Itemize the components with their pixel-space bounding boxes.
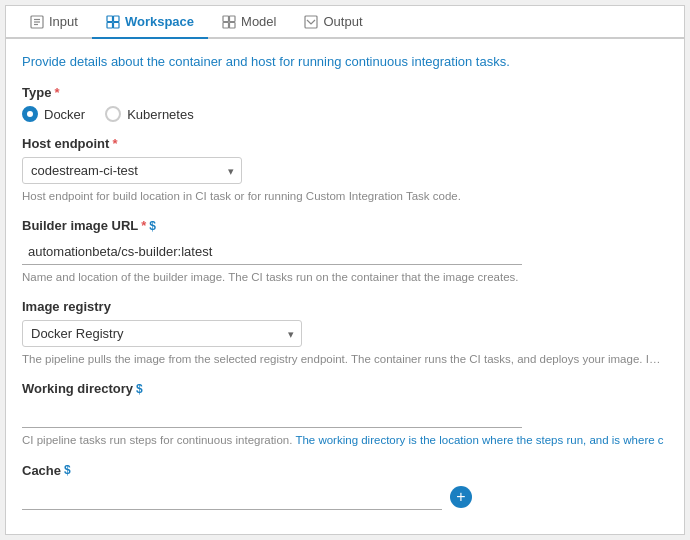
output-icon	[304, 15, 318, 29]
cache-section: Cache $ +	[22, 463, 668, 510]
svg-rect-12	[305, 16, 317, 28]
working-directory-section: Working directory $ CI pipeline tasks ru…	[22, 381, 668, 448]
cache-input-row: +	[22, 484, 668, 510]
tab-input-label: Input	[49, 14, 78, 29]
svg-rect-8	[223, 16, 229, 22]
kubernetes-label: Kubernetes	[127, 107, 194, 122]
svg-rect-5	[113, 16, 119, 22]
cache-dollar-link[interactable]: $	[64, 463, 71, 477]
tab-workspace-label: Workspace	[125, 14, 194, 29]
tab-output[interactable]: Output	[290, 6, 376, 39]
main-window: Input Workspace Model	[5, 5, 685, 535]
host-endpoint-hint: Host endpoint for build location in CI t…	[22, 188, 668, 204]
builder-image-input[interactable]	[22, 239, 522, 265]
builder-image-label: Builder image URL * $	[22, 218, 668, 233]
cache-add-button[interactable]: +	[450, 486, 472, 508]
cache-label: Cache $	[22, 463, 668, 478]
tab-input[interactable]: Input	[16, 6, 92, 39]
svg-rect-4	[107, 16, 113, 22]
type-required: *	[54, 85, 59, 100]
tab-bar: Input Workspace Model	[6, 6, 684, 39]
host-endpoint-dropdown[interactable]: codestream-ci-test	[22, 157, 242, 184]
tab-output-label: Output	[323, 14, 362, 29]
builder-image-hint: Name and location of the builder image. …	[22, 269, 668, 285]
builder-dollar-link[interactable]: $	[149, 219, 156, 233]
image-registry-section: Image registry Docker Registry ▾ The pip…	[22, 299, 668, 367]
host-endpoint-dropdown-wrapper: codestream-ci-test ▾	[22, 157, 242, 184]
page-description: Provide details about the container and …	[22, 53, 668, 71]
tab-workspace[interactable]: Workspace	[92, 6, 208, 39]
type-section: Type * Docker Kubernetes	[22, 85, 668, 122]
svg-rect-9	[230, 16, 236, 22]
host-endpoint-label: Host endpoint *	[22, 136, 668, 151]
svg-rect-10	[223, 22, 229, 28]
svg-rect-6	[107, 22, 113, 28]
model-icon	[222, 15, 236, 29]
working-directory-input[interactable]	[22, 402, 522, 428]
cache-input[interactable]	[22, 484, 442, 510]
image-registry-label: Image registry	[22, 299, 668, 314]
type-radio-group: Docker Kubernetes	[22, 106, 668, 122]
svg-rect-11	[230, 22, 236, 28]
host-required: *	[112, 136, 117, 151]
image-registry-dropdown-wrapper: Docker Registry ▾	[22, 320, 302, 347]
kubernetes-option[interactable]: Kubernetes	[105, 106, 194, 122]
docker-label: Docker	[44, 107, 85, 122]
type-label: Type *	[22, 85, 668, 100]
host-endpoint-section: Host endpoint * codestream-ci-test ▾ Hos…	[22, 136, 668, 204]
builder-required: *	[141, 218, 146, 233]
docker-option[interactable]: Docker	[22, 106, 85, 122]
tab-model-label: Model	[241, 14, 276, 29]
working-directory-hint: CI pipeline tasks run steps for continuo…	[22, 432, 668, 448]
workspace-icon	[106, 15, 120, 29]
builder-image-section: Builder image URL * $ Name and location …	[22, 218, 668, 285]
working-directory-label: Working directory $	[22, 381, 668, 396]
tab-model[interactable]: Model	[208, 6, 290, 39]
kubernetes-radio[interactable]	[105, 106, 121, 122]
working-dir-dollar-link[interactable]: $	[136, 382, 143, 396]
svg-rect-7	[113, 22, 119, 28]
docker-radio[interactable]	[22, 106, 38, 122]
content-area: Provide details about the container and …	[6, 39, 684, 534]
input-icon	[30, 15, 44, 29]
image-registry-dropdown[interactable]: Docker Registry	[22, 320, 302, 347]
image-registry-hint: The pipeline pulls the image from the se…	[22, 351, 662, 367]
